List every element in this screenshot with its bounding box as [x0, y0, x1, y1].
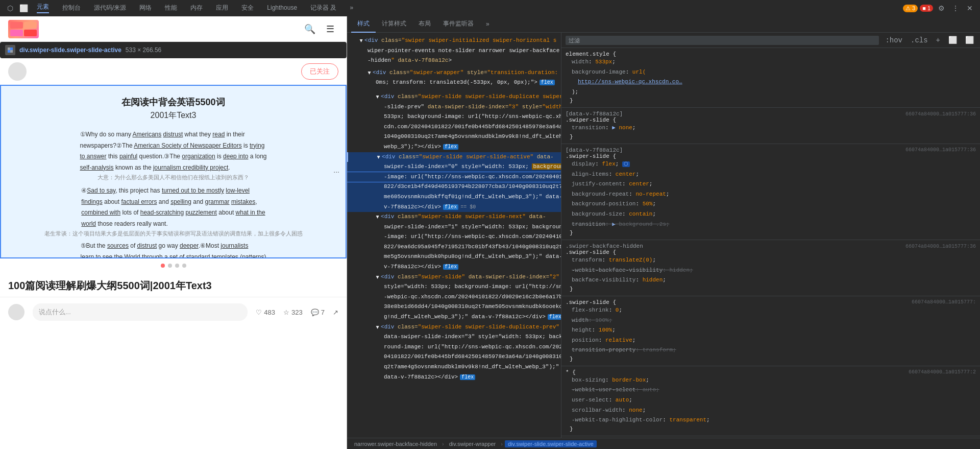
style-prop[interactable]: transition: ▶ none; [566, 123, 976, 133]
dom-line[interactable]: ▶<div class="swiper swiper-initialized s… [347, 36, 561, 46]
tab-styles[interactable]: 样式 [351, 16, 376, 33]
tab-performance[interactable]: 性能 [159, 0, 183, 16]
device-toggle-icon[interactable]: ⬜ [17, 2, 30, 14]
dom-line[interactable]: swiper-slide-index="1" style="width: 533… [347, 222, 561, 232]
style-prop[interactable]: user-select: auto; [566, 395, 976, 406]
dom-line[interactable]: g!nd_dft_wlteh_webp_3");" data-v-7f88a12… [347, 312, 561, 322]
breadcrumb-narrower[interactable]: narrower.swiper-backface-hidden [351, 440, 440, 447]
style-prop[interactable]: align-items: center; [566, 170, 976, 180]
style-prop[interactable]: background-position: 50%; [566, 199, 976, 209]
dom-line[interactable]: style="width: 533px; background-image: u… [347, 282, 561, 292]
dom-line[interactable]: 0ms; transform: translate3d(-533px, 0px,… [347, 78, 561, 88]
comment-input[interactable]: 说点什么... [33, 303, 248, 321]
tab-more-styles[interactable]: » [480, 16, 496, 33]
styles-filter-input[interactable] [566, 36, 879, 45]
dom-line-selected[interactable]: me605ovsnmknudbkffqf01g!nd_dft_wlteh_web… [347, 192, 561, 202]
dom-line[interactable]: 822/9ea6dc95a945fe7195217bc01bf43fb43/10… [347, 242, 561, 252]
vertical-dots-icon[interactable]: ⋮ [949, 2, 962, 14]
tab-network[interactable]: 网络 [133, 0, 158, 16]
style-prop[interactable]: box-sizing: border-box; [566, 375, 976, 386]
cls-button[interactable]: .cls [909, 35, 930, 45]
settings-icon[interactable]: ⚙ [935, 2, 947, 14]
dom-line[interactable]: wiper-pointer-events note-slider narrowe… [347, 46, 561, 56]
menu-icon[interactable]: ☰ [322, 21, 338, 37]
dot-3[interactable] [175, 264, 179, 268]
style-prop[interactable]: backface-visibility: hidden; [566, 275, 976, 286]
dom-line-selected[interactable]: swiper-slide-index="0" style="width: 533… [347, 162, 561, 172]
style-prop-strikethrough[interactable]: transition-property: transform; [566, 345, 976, 356]
dom-line[interactable]: -webpic-qc.xhscdn.com/202404101822/d9029… [347, 292, 561, 302]
tab-console[interactable]: 控制台 [56, 0, 87, 16]
style-prop[interactable]: -webkit-tap-highlight-color: transparent… [566, 415, 976, 426]
style-prop-strikethrough[interactable]: -webkit-backface-visibility: hidden; [566, 266, 976, 276]
style-prop[interactable]: flex-shrink: 0; [566, 305, 976, 316]
dom-line[interactable]: ▶<div class="swiper-slide swiper-slide-n… [347, 212, 561, 222]
tab-layout[interactable]: 布局 [412, 16, 437, 33]
dom-line[interactable]: me5g5ovsnmknudbk0hpu8og!nd_dft_wlteh_web… [347, 252, 561, 262]
style-prop-strikethrough[interactable]: width: 100%; [566, 316, 976, 326]
close-icon[interactable]: ✕ [964, 2, 976, 14]
dot-4[interactable] [182, 264, 186, 268]
style-prop[interactable]: transform: translateZ(0); [566, 255, 976, 266]
dom-line-highlighted[interactable]: -image: url("http://sns-webpic-qc.xhscdn… [347, 172, 561, 182]
dom-line[interactable]: -image: url("http://sns-webpic-qc.xhscdn… [347, 232, 561, 242]
dom-line[interactable]: 533px; background-image: url("http://sns… [347, 112, 561, 122]
tab-computed[interactable]: 计算样式 [376, 16, 412, 33]
dom-line[interactable]: -slide-prev" data-swiper-slide-index="3"… [347, 102, 561, 112]
tab-recorder[interactable]: 记录器 及 [304, 0, 342, 16]
style-prop-strikethrough[interactable]: -webkit-user-select: auto; [566, 385, 976, 395]
tab-sources[interactable]: 源代码/来源 [88, 0, 132, 16]
style-prop[interactable]: justify-content: center; [566, 179, 976, 190]
dom-line[interactable]: -hidden" data-v-7f88a12c> [347, 56, 561, 66]
dom-line[interactable]: q2t7ame4g5ovsnmknudbklm9v9k8!nd_dft_wlte… [347, 362, 561, 372]
tab-application[interactable]: 应用 [210, 0, 234, 16]
dom-line[interactable]: 38e8be1d66dd4/1040g008310uq2t7ame505ovsn… [347, 302, 561, 312]
comment-button[interactable]: 💬 7 [311, 309, 325, 316]
breadcrumb-wrapper[interactable]: div.swiper-wrapper [446, 440, 499, 447]
dom-panel[interactable]: ▶<div class="swiper swiper-initialized s… [347, 33, 561, 438]
dom-line[interactable]: data-v-7f88a12c></div>flex [347, 372, 561, 383]
follow-button[interactable]: 已关注 [301, 63, 338, 80]
style-prop[interactable]: display: flex; ⬡ [566, 159, 976, 170]
dom-line[interactable]: round-image: url("http://sns-webpic-qc.x… [347, 342, 561, 352]
hov-button[interactable]: :hov [883, 35, 904, 45]
style-prop[interactable]: background-size: contain; [566, 209, 976, 220]
style-prop[interactable]: height: 100%; [566, 325, 976, 336]
dom-line[interactable]: webp_3");"></div>flex [347, 142, 561, 152]
style-prop[interactable]: position: relative; [566, 336, 976, 346]
dom-line[interactable]: ▶<div class="swiper-slide" data-swiper-s… [347, 272, 561, 282]
dom-line-selected[interactable]: v-7f88a12c></div>flex== $0 [347, 202, 561, 212]
style-prop-strikethrough[interactable]: transition: ▶ background .2s; [566, 220, 976, 230]
favorite-button[interactable]: ☆ 323 [283, 309, 303, 316]
dom-line[interactable]: ▶<div class="swiper-slide swiper-slide-d… [347, 92, 561, 102]
dom-line[interactable]: v-7f88a12c></div>flex [347, 262, 561, 272]
dom-line[interactable]: cdn.com/202404101822/001fe0b445bfd684250… [347, 122, 561, 132]
tab-lighthouse[interactable]: Lighthouse [261, 0, 303, 16]
share-button[interactable]: ↗ [333, 309, 338, 316]
tab-elements[interactable]: 元素 [31, 0, 55, 16]
new-style-rule-button[interactable]: ⬜ [963, 35, 976, 45]
dom-line[interactable]: ▶<div class="swiper-wrapper" style="tran… [347, 68, 561, 78]
add-style-button[interactable]: + [934, 35, 942, 45]
style-prop[interactable]: background-image: url( [566, 67, 976, 78]
style-prop[interactable]: background-repeat: no-repeat; [566, 190, 976, 200]
search-icon[interactable]: 🔍 [302, 21, 318, 37]
dot-1[interactable] [161, 264, 165, 268]
copy-style-button[interactable]: ⬜ [946, 35, 959, 45]
style-prop-url[interactable]: http://sns-webpic-qc.xhscdn.co… [566, 77, 976, 87]
style-prop[interactable]: width: 533px; [566, 57, 976, 67]
dom-line[interactable]: ▶<div class="swiper-slide swiper-slide-d… [347, 322, 561, 333]
dom-line[interactable]: 1040g008310uq2t7ame4g5ovsnmknudbklm9v9k8… [347, 132, 561, 142]
dom-line[interactable]: 04101822/001fe0b445bfd6842501485978e3a64… [347, 352, 561, 362]
dot-2[interactable] [168, 264, 172, 268]
tab-more[interactable]: » [344, 0, 359, 16]
breadcrumb-active[interactable]: div.swiper-slide.swiper-slide-active [505, 440, 597, 447]
dom-line-selected[interactable]: 822/d3ce1b4fd49d405193794b228077cba3/104… [347, 182, 561, 192]
tab-memory[interactable]: 内存 [184, 0, 209, 16]
dom-line[interactable]: data-swiper-slide-index="3" style="width… [347, 332, 561, 342]
dom-line-selected[interactable]: ▶<div class="swiper-slide swiper-slide-a… [347, 152, 561, 162]
inspect-icon[interactable]: ⬡ [4, 2, 16, 14]
style-prop[interactable]: scrollbar-width: none; [566, 406, 976, 416]
tab-event-listeners[interactable]: 事件监听器 [437, 16, 480, 33]
like-button[interactable]: ♡ 483 [256, 309, 275, 316]
